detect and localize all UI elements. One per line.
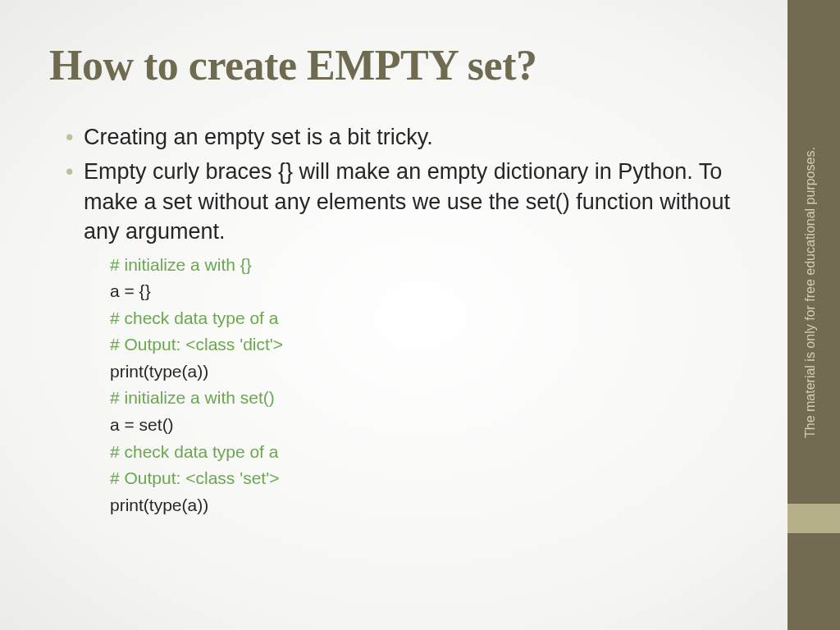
bullet-list: Creating an empty set is a bit tricky. E… [49, 122, 738, 247]
slide-content: How to create EMPTY set? Creating an emp… [0, 0, 788, 630]
code-statement: a = set() [110, 412, 738, 439]
slide-title: How to create EMPTY set? [49, 41, 738, 89]
code-statement: print(type(a)) [110, 492, 738, 519]
code-comment: # Output: <class 'dict'> [110, 331, 738, 358]
code-block: # initialize a with {} a = {} # check da… [49, 252, 738, 518]
sidebar-accent [788, 504, 840, 533]
bullet-item: Empty curly braces {} will make an empty… [66, 157, 738, 246]
bullet-item: Creating an empty set is a bit tricky. [66, 122, 738, 152]
code-comment: # initialize a with set() [110, 385, 738, 412]
code-comment: # check data type of a [110, 439, 738, 466]
code-comment: # initialize a with {} [110, 252, 738, 279]
right-sidebar: The material is only for free educationa… [788, 0, 840, 630]
sidebar-caption: The material is only for free educationa… [802, 192, 819, 438]
code-comment: # check data type of a [110, 305, 738, 332]
code-comment: # Output: <class 'set'> [110, 465, 738, 492]
code-statement: print(type(a)) [110, 358, 738, 386]
code-statement: a = {} [110, 278, 738, 305]
